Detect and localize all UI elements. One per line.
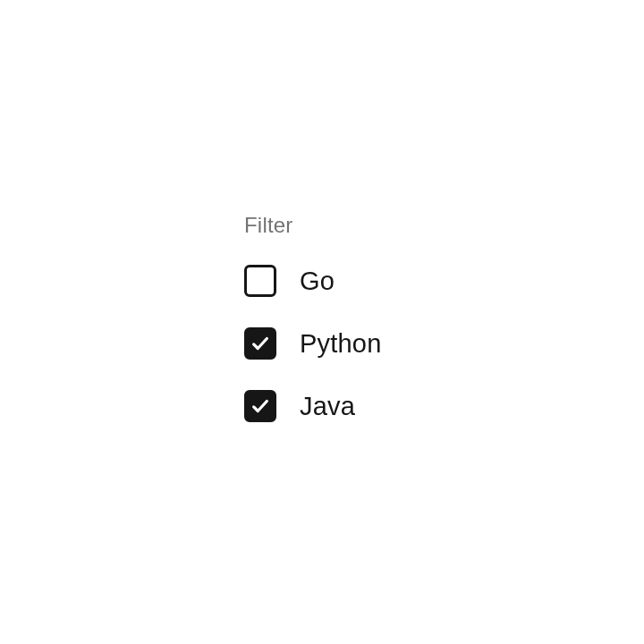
checkmark-icon [250, 396, 270, 416]
filter-heading: Filter [244, 213, 382, 238]
filter-option-go[interactable]: Go [244, 265, 382, 297]
option-label: Python [300, 329, 382, 359]
checkbox-python[interactable] [244, 327, 276, 360]
filter-option-python[interactable]: Python [244, 327, 382, 360]
option-label: Java [300, 392, 355, 421]
checkbox-go[interactable] [244, 265, 276, 297]
option-label: Go [300, 267, 335, 296]
filter-group: Filter Go Python Java [244, 213, 382, 453]
checkbox-java[interactable] [244, 390, 276, 422]
filter-option-java[interactable]: Java [244, 390, 382, 422]
checkmark-icon [250, 334, 270, 353]
